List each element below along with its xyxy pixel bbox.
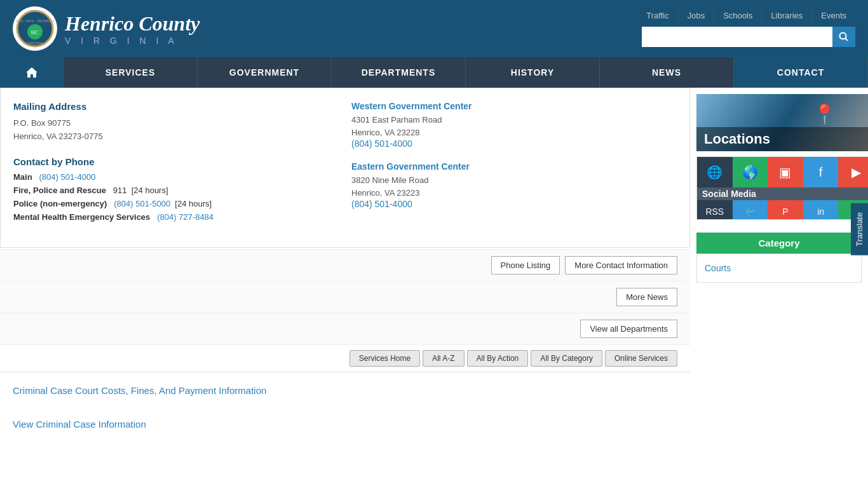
police-label: Police (non-emergency) (13, 199, 107, 208)
svg-point-5 (840, 32, 846, 39)
mailing-address-line2: Henrico, VA 23273-0775 (13, 130, 339, 144)
criminal-case-link[interactable]: Criminal Case Court Costs, Fines, And Pa… (13, 385, 677, 396)
locations-widget[interactable]: 📍 Locations (696, 94, 868, 151)
page-content: Criminal Case Court Costs, Fines, And Pa… (0, 372, 690, 455)
state-label: V I R G I N I A (65, 36, 200, 46)
courts-link[interactable]: Courts (705, 261, 853, 276)
social-linkedin-icon[interactable]: in (803, 200, 839, 220)
all-by-category-btn[interactable]: All By Category (531, 350, 602, 367)
services-home-btn[interactable]: Services Home (349, 350, 420, 367)
social-foursquare-icon[interactable]: ▣ (768, 157, 803, 187)
more-news-bar: More News (0, 281, 690, 313)
social-icons-row2: RSS 🐦 P in + (697, 200, 868, 220)
category-body: Courts (696, 254, 862, 283)
contact-main: Mailing Address P.O. Box 90775 Henrico, … (0, 88, 690, 455)
nav-contact[interactable]: CONTACT (734, 57, 868, 88)
social-pinterest-icon[interactable]: P (768, 200, 803, 220)
main-label: Main (13, 172, 32, 182)
contact-section: Mailing Address P.O. Box 90775 Henrico, … (0, 88, 690, 248)
main-phone-link[interactable]: (804) 501-4000 (39, 172, 95, 182)
mailing-address-heading: Mailing Address (13, 101, 339, 112)
fire-phone-row: Fire, Police and Rescue 911 [24 hours] (13, 186, 339, 195)
social-facebook-icon[interactable]: f (803, 157, 839, 187)
mental-health-phone-link[interactable]: (804) 727-8484 (157, 212, 214, 222)
schools-link[interactable]: Schools (714, 11, 762, 20)
nav-services[interactable]: SERVICES (64, 57, 198, 88)
svg-text:VIRGINIA: VIRGINIA (27, 41, 43, 45)
nav-government[interactable]: GOVERNMENT (198, 57, 332, 88)
header-right: Traffic Jobs Schools Libraries Events (637, 11, 855, 47)
online-services-btn[interactable]: Online Services (605, 350, 677, 367)
svg-text:HC: HC (31, 29, 39, 36)
svg-line-6 (846, 38, 848, 41)
more-news-button[interactable]: More News (616, 288, 677, 306)
services-bar: Services Home All A-Z All By Action All … (0, 345, 690, 372)
mental-health-phone-row: Mental Health Emergency Services (804) 7… (13, 212, 339, 222)
fire-note: [24 hours] (132, 186, 168, 195)
search-input[interactable] (642, 27, 832, 47)
search-button[interactable] (832, 27, 855, 47)
police-phone-link[interactable]: (804) 501-5000 (114, 199, 170, 208)
search-area (642, 27, 855, 47)
eastern-center-phone[interactable]: (804) 501-4000 (351, 199, 412, 209)
traffic-link[interactable]: Traffic (637, 11, 678, 20)
logo-icon: SINCE 1834 · HENRICO · HC VIRGINIA (13, 6, 57, 51)
page-body: Mailing Address P.O. Box 90775 Henrico, … (0, 88, 868, 455)
social-rss-icon[interactable]: RSS (697, 200, 733, 220)
svg-marker-7 (26, 67, 37, 78)
nav-departments[interactable]: DEPARTMENTS (332, 57, 466, 88)
contact-sidebar: 📍 Locations 🌐 🌎 ▣ f ▶ Social Media RSS 🐦… (690, 88, 868, 455)
mental-health-label: Mental Health Emergency Services (13, 212, 150, 222)
contact-right: Western Government Center 4301 East Parh… (351, 101, 677, 234)
eastern-center-addr1: 3820 Nine Mile Road (351, 174, 677, 187)
more-contact-info-button[interactable]: More Contact Information (565, 256, 677, 274)
translate-button[interactable]: Translate (851, 203, 868, 255)
police-note: [24 hours] (175, 199, 212, 208)
category-widget: Category Courts (696, 233, 862, 283)
western-center-addr2: Henrico, VA 23228 (351, 126, 677, 139)
social-media-label: Social Media (697, 187, 868, 200)
main-phone-row: Main (804) 501-4000 (13, 172, 339, 182)
jobs-link[interactable]: Jobs (679, 11, 714, 20)
social-icons-row1: 🌐 🌎 ▣ f ▶ (697, 157, 868, 187)
eastern-center-addr2: Henrico, VA 23223 (351, 187, 677, 200)
main-nav: SERVICES GOVERNMENT DEPARTMENTS HISTORY … (0, 57, 868, 88)
fire-number: 911 (113, 186, 127, 195)
locations-label: Locations (696, 127, 868, 151)
svg-text:SINCE 1834 · HENRICO ·: SINCE 1834 · HENRICO · (16, 18, 54, 24)
top-links: Traffic Jobs Schools Libraries Events (637, 11, 855, 20)
logo-area: SINCE 1834 · HENRICO · HC VIRGINIA Henri… (13, 6, 200, 51)
events-link[interactable]: Events (812, 11, 855, 20)
libraries-link[interactable]: Libraries (762, 11, 812, 20)
social-globe-icon[interactable]: 🌎 (733, 157, 768, 187)
phone-block: Contact by Phone Main (804) 501-4000 Fir… (13, 156, 339, 222)
western-center: Western Government Center 4301 East Parh… (351, 101, 677, 149)
category-header: Category (696, 233, 862, 254)
western-center-addr1: 4301 East Parham Road (351, 114, 677, 126)
county-name: Henrico County (65, 12, 200, 36)
police-phone-row: Police (non-emergency) (804) 501-5000 [2… (13, 199, 339, 208)
nav-history[interactable]: HISTORY (466, 57, 600, 88)
phone-heading: Contact by Phone (13, 156, 339, 167)
western-center-phone[interactable]: (804) 501-4000 (351, 139, 412, 149)
site-header: SINCE 1834 · HENRICO · HC VIRGINIA Henri… (0, 0, 868, 57)
social-dark-icon[interactable]: 🌐 (697, 157, 733, 187)
contact-left: Mailing Address P.O. Box 90775 Henrico, … (13, 101, 339, 234)
social-media-widget: 🌐 🌎 ▣ f ▶ Social Media RSS 🐦 P in + (696, 156, 868, 220)
view-criminal-case-link[interactable]: View Criminal Case Information (13, 419, 677, 430)
nav-home[interactable] (0, 57, 64, 88)
contact-wrapper: Mailing Address P.O. Box 90775 Henrico, … (0, 88, 868, 455)
social-youtube-icon[interactable]: ▶ (838, 157, 868, 187)
fire-label: Fire, Police and Rescue (13, 186, 106, 195)
all-by-action-btn[interactable]: All By Action (467, 350, 529, 367)
all-az-btn[interactable]: All A-Z (423, 350, 464, 367)
logo-text: Henrico County V I R G I N I A (65, 12, 200, 46)
nav-news[interactable]: NEWS (600, 57, 734, 88)
eastern-center: Eastern Government Center 3820 Nine Mile… (351, 161, 677, 209)
contact-footer: Phone Listing More Contact Information (0, 249, 690, 281)
mailing-address-block: Mailing Address P.O. Box 90775 Henrico, … (13, 101, 339, 144)
view-all-depts-button[interactable]: View all Departments (580, 320, 677, 338)
social-twitter-icon[interactable]: 🐦 (733, 200, 768, 220)
phone-listing-button[interactable]: Phone Listing (491, 256, 560, 274)
eastern-center-name: Eastern Government Center (351, 161, 677, 172)
